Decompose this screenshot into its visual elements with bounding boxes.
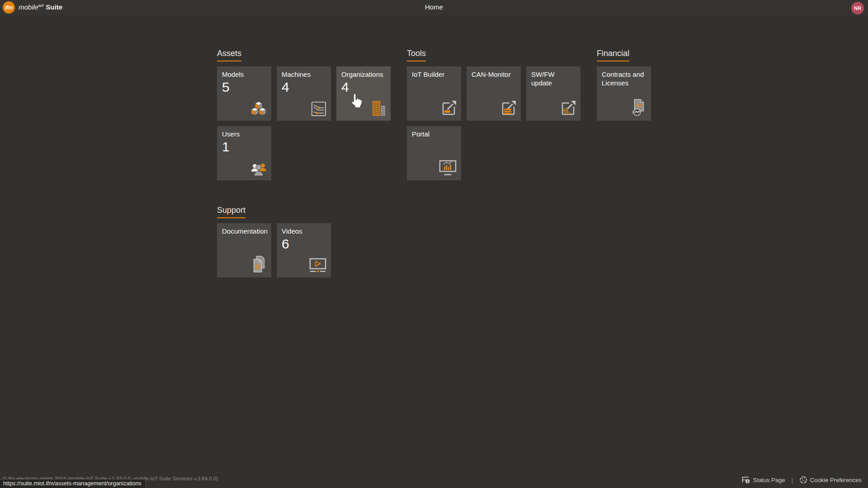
tile-label: IoT Builder [412,70,456,79]
section-tools: Tools IoT Builder CAN-Monitor [407,49,580,180]
tile-count: 1 [222,140,266,154]
tile-count: 4 [341,80,386,94]
user-group-icon [250,160,268,177]
status-page-link[interactable]: Status Page [753,477,785,483]
cookie-preferences-link[interactable]: Cookie Preferences [810,477,862,483]
user-avatar[interactable]: NR [851,2,864,14]
tile-count: 4 [282,80,326,94]
tile-organizations[interactable]: Organizations 4 [336,66,391,121]
video-player-icon [308,257,327,274]
monitor-chart-icon [438,159,458,177]
buildings-icon [369,100,387,117]
tile-count: 5 [222,80,266,94]
status-page-icon [742,476,750,484]
tile-machines[interactable]: Machines 4 [277,66,331,121]
external-link-gears-icon [559,99,577,117]
tile-label: Machines [282,70,326,79]
section-title-tools: Tools [407,49,426,61]
external-link-list-icon [499,99,517,117]
section-financial: Financial Contracts and Licenses [597,49,651,121]
machine-schematic-icon [311,100,327,117]
nav-home[interactable]: Home [425,3,443,11]
app-title-suite: Suite [46,3,62,11]
tile-label: CAN-Monitor [472,70,516,79]
footer-separator: | [791,477,793,483]
ifm-logo-icon: ifm [3,1,15,14]
tile-users[interactable]: Users 1 [217,126,271,180]
ifm-logo-text: ifm [5,5,13,11]
tile-models[interactable]: Models 5 [217,66,271,121]
tile-label: Portal [412,130,456,139]
section-support: Support Documentation Videos 6 [217,206,331,277]
cookie-icon [799,476,807,484]
contract-handshake-icon [629,98,647,117]
tile-documentation[interactable]: Documentation [217,223,271,277]
tile-contracts-licenses[interactable]: Contracts and Licenses [597,66,651,121]
documents-icon [250,255,268,274]
tile-iot-builder[interactable]: IoT Builder [407,66,461,121]
tile-label: Organizations [341,70,386,79]
tile-label: Users [222,130,266,139]
section-assets: Assets Models 5 [217,49,391,180]
tile-portal[interactable]: Portal [407,126,461,180]
tile-label: Documentation [222,227,266,236]
tile-label: Videos [282,227,326,236]
tile-sw-fw-update[interactable]: SW/FW update [526,66,580,121]
section-title-assets: Assets [217,49,241,61]
tile-label: Models [222,70,266,79]
top-bar: ifm mobileIoT Suite Home NR [0,0,868,15]
cubes-icon [250,101,268,117]
external-link-builder-icon [439,99,458,117]
app-title-mobile: mobile [19,3,38,11]
tile-label: SW/FW update [531,70,576,88]
tile-label: Contracts and Licenses [602,70,646,88]
section-title-financial: Financial [597,49,629,61]
section-title-support: Support [217,206,245,218]
tile-videos[interactable]: Videos 6 [277,223,331,277]
app-title-iot: IoT [38,4,44,8]
app-title: mobileIoT Suite [19,3,62,11]
link-url-statusbar: https://suite.miot.ifm/assets-management… [0,479,146,488]
footer-links: Status Page | Cookie Preferences [742,476,862,484]
tile-count: 6 [282,237,326,251]
tile-can-monitor[interactable]: CAN-Monitor [467,66,521,121]
